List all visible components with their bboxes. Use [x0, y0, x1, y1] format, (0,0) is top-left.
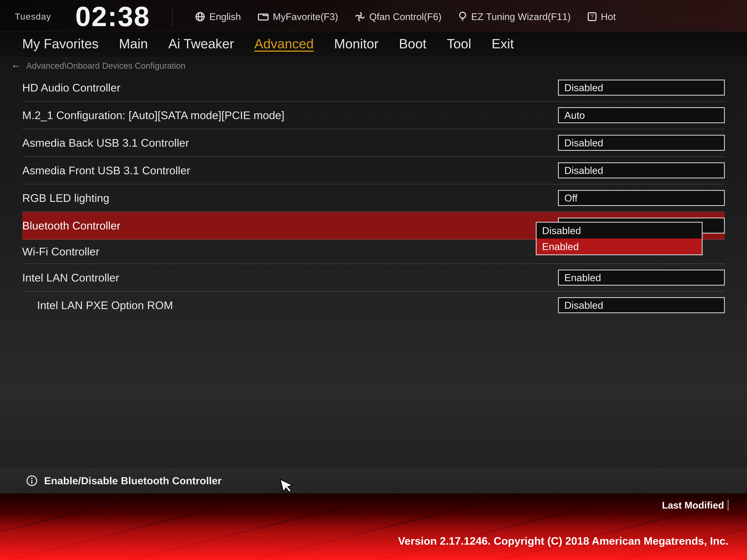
setting-label: Asmedia Back USB 3.1 Controller	[22, 136, 189, 149]
setting-label: Intel LAN Controller	[22, 271, 119, 284]
svg-point-4	[359, 16, 361, 18]
setting-value[interactable]: Auto	[558, 107, 725, 123]
qfan-label: Qfan Control(F6)	[369, 11, 441, 22]
breadcrumb-path: Advanced\Onboard Devices Configuration	[26, 61, 185, 71]
setting-label: Intel LAN PXE Option ROM	[22, 299, 173, 312]
setting-label: M.2_1 Configuration: [Auto][SATA mode][P…	[22, 109, 284, 122]
dropdown-option[interactable]: Disabled	[537, 222, 702, 239]
language-selector[interactable]: English	[195, 11, 241, 22]
setting-label: Bluetooth Controller	[22, 219, 121, 232]
footer: Last Modified Version 2.17.1246. Copyrig…	[0, 494, 747, 560]
setting-value[interactable]: Disabled	[558, 162, 725, 178]
day-label: Tuesday	[15, 11, 51, 22]
setting-value[interactable]: Enabled	[558, 270, 725, 286]
bulb-icon	[458, 11, 467, 22]
setting-label: Asmedia Front USB 3.1 Controller	[22, 164, 190, 177]
language-label: English	[209, 11, 241, 22]
tab-my-favorites[interactable]: My Favorites	[22, 36, 99, 53]
clock: 02:38	[75, 1, 150, 33]
top-strip: Tuesday 02:38 English MyFavorite(F3) Qfa…	[0, 0, 747, 31]
setting-row-m2-1[interactable]: M.2_1 Configuration: [Auto][SATA mode][P…	[22, 102, 725, 129]
myfavorite-button[interactable]: MyFavorite(F3)	[258, 11, 338, 22]
fan-icon	[355, 11, 365, 22]
ez-tuning-label: EZ Tuning Wizard(F11)	[471, 11, 571, 22]
settings-list: HD Audio Controller Disabled M.2_1 Confi…	[0, 72, 747, 468]
setting-value[interactable]: Disabled	[558, 135, 725, 151]
dropdown-popup: Disabled Enabled	[536, 222, 702, 255]
myfavorite-label: MyFavorite(F3)	[273, 11, 338, 22]
setting-row-asmedia-front[interactable]: Asmedia Front USB 3.1 Controller Disable…	[22, 157, 725, 184]
divider	[172, 6, 173, 27]
ez-tuning-button[interactable]: EZ Tuning Wizard(F11)	[458, 11, 571, 22]
tab-monitor[interactable]: Monitor	[334, 36, 379, 53]
bios-screen: Tuesday 02:38 English MyFavorite(F3) Qfa…	[0, 0, 747, 560]
help-text: Enable/Disable Bluetooth Controller	[44, 475, 222, 487]
setting-label: RGB LED lighting	[22, 192, 109, 205]
dropdown-option-selected[interactable]: Enabled	[537, 239, 702, 255]
hotkeys-label: Hot	[601, 11, 616, 22]
tab-ai-tweaker[interactable]: Ai Tweaker	[168, 36, 234, 53]
globe-icon	[195, 11, 205, 22]
setting-row-rgb-led[interactable]: RGB LED lighting Off	[22, 184, 725, 212]
qfan-button[interactable]: Qfan Control(F6)	[355, 11, 441, 22]
setting-value[interactable]: Disabled	[558, 80, 725, 96]
breadcrumb: ← Advanced\Onboard Devices Configuration	[0, 57, 747, 72]
main-menu-tabs: My Favorites Main Ai Tweaker Advanced Mo…	[0, 31, 747, 57]
setting-row-intel-lan-pxe[interactable]: Intel LAN PXE Option ROM Disabled	[22, 292, 725, 319]
setting-value[interactable]: Disabled	[558, 297, 725, 313]
setting-label: HD Audio Controller	[22, 81, 121, 94]
tab-boot[interactable]: Boot	[399, 36, 426, 53]
help-bar: Enable/Disable Bluetooth Controller	[0, 468, 747, 494]
tab-tool[interactable]: Tool	[447, 36, 471, 53]
help-icon: ?	[588, 12, 597, 21]
setting-value[interactable]: Off	[558, 190, 725, 206]
folder-icon	[258, 12, 269, 21]
copyright-text: Version 2.17.1246. Copyright (C) 2018 Am…	[398, 535, 728, 547]
svg-text:?: ?	[590, 14, 594, 20]
setting-row-hd-audio[interactable]: HD Audio Controller Disabled	[22, 74, 725, 102]
setting-row-asmedia-back[interactable]: Asmedia Back USB 3.1 Controller Disabled	[22, 129, 725, 157]
setting-row-intel-lan[interactable]: Intel LAN Controller Enabled	[22, 264, 725, 292]
tab-exit[interactable]: Exit	[492, 36, 514, 53]
hotkeys-button[interactable]: ? Hot	[588, 11, 616, 22]
svg-rect-10	[31, 480, 32, 484]
setting-row-wifi[interactable]: Wi-Fi Controller Disabled Enabled	[22, 240, 725, 264]
svg-point-9	[31, 478, 33, 479]
last-modified-button[interactable]: Last Modified	[662, 500, 728, 511]
back-arrow-icon[interactable]: ←	[11, 60, 21, 71]
tab-advanced[interactable]: Advanced	[254, 36, 314, 53]
tab-main[interactable]: Main	[119, 36, 148, 53]
info-icon	[26, 475, 38, 487]
svg-point-5	[460, 12, 466, 18]
setting-label: Wi-Fi Controller	[22, 245, 100, 258]
